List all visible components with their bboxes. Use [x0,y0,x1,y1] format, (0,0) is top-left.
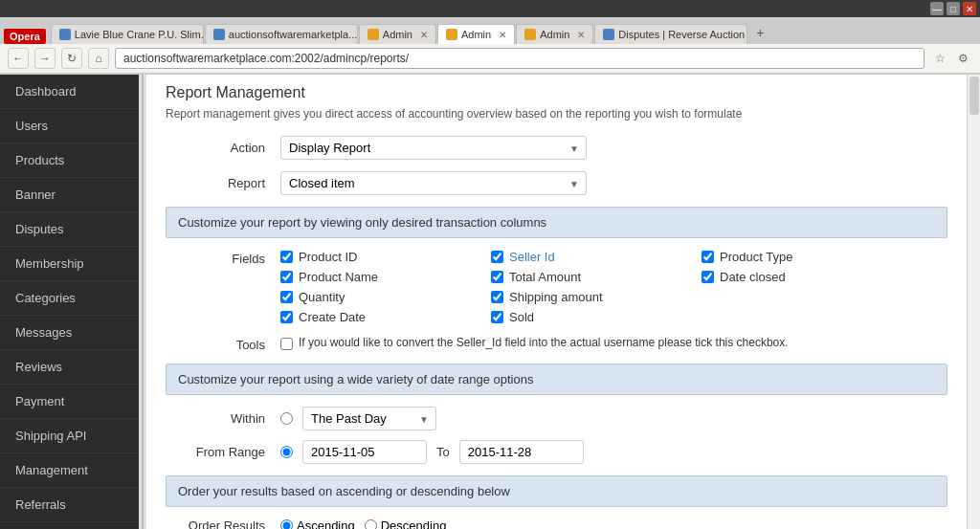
descending-option[interactable]: Descending [365,518,447,529]
sidebar-item-dashboard[interactable]: Dashboard [0,75,139,109]
fields-grid: Product ID Seller Id Product Type Produc… [280,250,893,324]
maximize-button[interactable]: □ [947,2,960,15]
field-quantity-checkbox[interactable] [280,291,293,303]
sidebar-item-categories[interactable]: Categories [0,281,139,316]
within-radio-past[interactable] [280,412,293,425]
action-row: Action Display Report Download CSV [166,136,947,160]
tab-4[interactable]: Admin ✕ [437,24,515,44]
within-select[interactable]: The Past Day The Past Week The Past Mont… [302,407,436,430]
forward-button[interactable]: → [34,48,56,69]
tab-favicon-4 [446,29,457,40]
tab-favicon-5 [524,29,536,40]
tab-5-title: Admin [540,29,569,40]
tabs-bar: Opera Lavie Blue Crane P.U. Slim... ✕ au… [0,17,980,44]
opera-logo: Opera [4,29,46,44]
sidebar-item-payment[interactable]: Payment [0,385,139,419]
sidebar: Dashboard Users Products Banner Disputes… [0,75,139,529]
sidebar-item-users[interactable]: Users [0,109,139,143]
from-date-input[interactable] [302,440,427,464]
fields-label: Fields [166,250,280,266]
range-inputs: To [280,440,584,464]
sidebar-item-disputes[interactable]: Disputes [0,212,139,247]
ascending-radio[interactable] [280,519,293,529]
tab-4-close[interactable]: ✕ [499,30,506,40]
tab-5[interactable]: Admin ✕ [516,24,593,44]
page-title: Report Management [166,84,947,101]
scrollbar-track[interactable] [967,75,980,529]
sidebar-item-transactions[interactable]: Transactions [0,522,139,529]
report-control: Closed item Open item User report [280,171,947,195]
field-product-id: Product ID [280,250,472,264]
tools-row: Tools If you would like to convert the S… [166,336,947,352]
nav-bar: ← → ↻ ⌂ ☆ ⚙ [0,44,980,74]
field-shipping-amount-checkbox[interactable] [491,291,503,303]
main-content: Report Management Report management give… [146,75,967,529]
tab-2[interactable]: auctionsoftwaremarketpla... ✕ [205,24,358,44]
field-total-amount: Total Amount [491,270,682,284]
close-window-button[interactable]: ✕ [963,2,976,15]
sidebar-item-membership[interactable]: Membership [0,247,139,281]
tools-content: If you would like to convert the Seller_… [280,336,789,350]
ascending-label: Ascending [297,518,355,529]
sidebar-resize-handle[interactable] [139,75,146,529]
sidebar-item-messages[interactable]: Messages [0,316,139,350]
reload-button[interactable]: ↻ [61,48,82,69]
tools-label: Tools [166,336,280,352]
within-label: Within [166,411,280,426]
field-sold-checkbox[interactable] [491,311,503,323]
report-row: Report Closed item Open item User report [166,171,947,195]
descending-label: Descending [381,518,447,529]
sidebar-item-banner[interactable]: Banner [0,178,139,212]
tab-3-close[interactable]: ✕ [420,30,428,40]
tab-favicon-6 [603,29,614,40]
ascending-option[interactable]: Ascending [280,518,355,529]
field-seller-id-checkbox[interactable] [491,251,503,263]
field-date-closed: Date closed [702,270,893,284]
field-product-id-checkbox[interactable] [280,251,293,263]
field-create-date-checkbox[interactable] [280,311,293,323]
url-bar[interactable] [115,48,924,69]
tab-3[interactable]: Admin ✕ [359,24,436,44]
field-total-amount-checkbox[interactable] [491,271,503,283]
tools-checkbox[interactable] [280,338,293,350]
tab-5-close[interactable]: ✕ [577,30,585,40]
tab-1[interactable]: Lavie Blue Crane P.U. Slim... ✕ [51,24,204,44]
field-sold: Sold [491,310,682,324]
field-product-name: Product Name [280,270,472,284]
descending-radio[interactable] [365,519,377,529]
sidebar-item-management[interactable]: Management [0,453,139,488]
sidebar-item-referrals[interactable]: Referrals [0,488,139,522]
field-create-date: Create Date [280,310,472,324]
from-range-label: From Range [166,445,280,459]
report-label: Report [166,176,280,190]
report-select[interactable]: Closed item Open item User report [280,171,587,195]
order-options: Ascending Descending [280,518,446,529]
field-quantity: Quantity [280,290,472,304]
order-results-row: Order Results Ascending Descending [166,518,947,529]
add-tab-button[interactable]: + [748,21,771,44]
minimize-button[interactable]: — [930,2,944,15]
field-product-name-checkbox[interactable] [280,271,293,283]
from-range-radio[interactable] [280,446,293,458]
action-select[interactable]: Display Report Download CSV [280,136,587,160]
back-button[interactable]: ← [8,48,29,69]
bookmarks-icon[interactable]: ☆ [930,49,949,68]
order-section-header: Order your results based on ascending or… [166,475,947,507]
tab-6[interactable]: Disputes | Reverse Auction ✕ [594,24,747,44]
customize-columns-header: Customize your report by viewing only de… [166,207,947,238]
home-button[interactable]: ⌂ [88,48,109,69]
sidebar-item-products[interactable]: Products [0,143,139,178]
action-select-wrapper: Display Report Download CSV [280,136,587,160]
field-product-type-checkbox[interactable] [702,251,714,263]
page-description: Report management gives you direct acces… [166,107,947,121]
sidebar-item-reviews[interactable]: Reviews [0,350,139,385]
settings-icon[interactable]: ⚙ [953,49,972,68]
to-date-input[interactable] [459,440,584,464]
fields-row: Fields Product ID Seller Id Product Type [166,250,947,324]
scrollbar-thumb[interactable] [969,77,979,115]
sidebar-item-shipping-api[interactable]: Shipping API [0,419,139,453]
tab-3-title: Admin [383,29,412,40]
title-bar: — □ ✕ [0,0,980,17]
field-date-closed-checkbox[interactable] [702,271,714,283]
within-options: The Past Day The Past Week The Past Mont… [280,407,436,430]
